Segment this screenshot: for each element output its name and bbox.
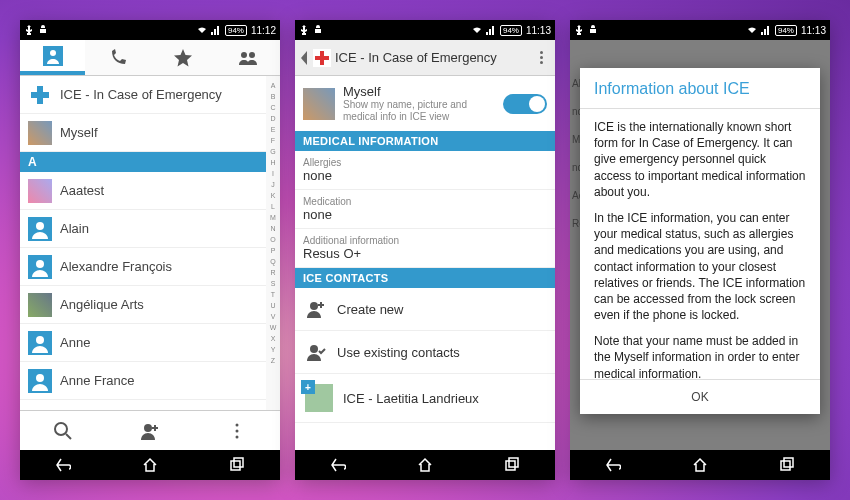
contact-row[interactable]: Aaatest [20,172,266,210]
create-new-contact[interactable]: Create new [295,288,555,331]
add-contact-button[interactable] [107,411,194,450]
usb-icon [574,25,584,35]
star-icon [173,48,193,68]
overflow-menu-button[interactable] [531,51,551,64]
status-bar: 94% 11:13 [295,20,555,40]
dialog-paragraph: ICE is the internationally known short f… [594,119,806,200]
search-button[interactable] [20,411,107,450]
dialog-paragraph: Note that your name must be added in the… [594,333,806,379]
use-existing-contacts[interactable]: Use existing contacts [295,331,555,374]
back-button[interactable] [299,51,309,65]
android-navbar [20,450,280,480]
svg-point-27 [310,345,318,353]
contact-row[interactable]: Anne [20,324,266,362]
tab-contacts[interactable] [20,40,85,75]
field-value[interactable]: none [295,168,555,190]
clock: 11:12 [251,25,276,36]
contacts-icon [43,46,63,66]
section-medical: MEDICAL INFORMATION [295,131,555,151]
wifi-icon [197,25,207,35]
svg-point-8 [36,222,44,230]
field-value[interactable]: Resus O+ [295,246,555,268]
home-button[interactable] [687,457,713,473]
phone-ice-detail: 94% 11:13 ICE - In Case of Emergency Mys… [295,20,555,480]
myself-subtitle: Show my name, picture and medical info i… [343,99,495,123]
show-info-toggle[interactable] [503,94,547,114]
svg-point-2 [241,52,247,58]
phone-ice-info-dialog: 94% 11:13 Al nc M nc Ac Re Information a… [570,20,830,480]
svg-point-12 [36,336,44,344]
page-title: ICE - In Case of Emergency [335,50,497,65]
android-icon [588,25,598,35]
section-header: A [20,152,266,172]
svg-line-16 [66,434,71,439]
recents-button[interactable] [774,457,800,473]
contacts-list[interactable]: ICE - In Case of Emergency Myself A Aaat… [20,76,266,410]
recents-button[interactable] [499,457,525,473]
avatar-placeholder-icon [28,331,52,355]
info-dialog: Information about ICE ICE is the interna… [580,68,820,414]
svg-point-1 [50,50,56,56]
section-ice-contacts: ICE CONTACTS [295,268,555,288]
avatar-placeholder-icon [28,369,52,393]
wifi-icon [472,25,482,35]
svg-point-19 [235,429,238,432]
row-label: Create new [337,302,403,317]
svg-point-17 [144,424,152,432]
dialog-container: Al nc M nc Ac Re Information about ICE I… [570,40,830,450]
contact-row[interactable]: Angélique Arts [20,286,266,324]
dialog-body: ICE is the internationally known short f… [580,109,820,379]
svg-point-20 [235,435,238,438]
contact-myself[interactable]: Myself [20,114,266,152]
add-person-icon [305,298,327,320]
svg-rect-29 [509,458,518,467]
svg-point-18 [235,423,238,426]
svg-rect-21 [231,461,240,470]
contact-row[interactable]: Alain [20,210,266,248]
field-label: Additional information [295,229,555,246]
ice-contact-row[interactable]: + ICE - Laetitia Landrieux [295,374,555,423]
dialog-title: Information about ICE [580,68,820,109]
home-button[interactable] [137,457,163,473]
myself-row[interactable]: Myself Show my name, picture and medical… [295,76,555,131]
svg-rect-6 [31,92,49,98]
home-button[interactable] [412,457,438,473]
contacts-tabs [20,40,280,76]
usb-icon [24,25,34,35]
status-bar: 94% 11:13 [570,20,830,40]
avatar [28,121,52,145]
ice-detail-body[interactable]: Myself Show my name, picture and medical… [295,76,555,450]
contact-label: Aaatest [60,183,104,198]
tab-phone[interactable] [85,40,150,75]
dialog-ok-button[interactable]: OK [580,379,820,414]
svg-point-26 [310,302,318,310]
field-label: Allergies [295,151,555,168]
contact-label: Alain [60,221,89,236]
svg-rect-31 [784,458,793,467]
contact-label: Alexandre François [60,259,172,274]
phone-icon [108,48,128,68]
back-button[interactable] [600,457,626,473]
contact-row[interactable]: Alexandre François [20,248,266,286]
android-icon [313,25,323,35]
signal-icon [211,25,221,35]
avatar [28,179,52,203]
contact-ice[interactable]: ICE - In Case of Emergency [20,76,266,114]
field-value[interactable]: none [295,207,555,229]
recents-button[interactable] [224,457,250,473]
back-button[interactable] [50,457,76,473]
svg-rect-22 [234,458,243,467]
menu-button[interactable] [193,411,280,450]
tab-groups[interactable] [215,40,280,75]
tab-favorites[interactable] [150,40,215,75]
alpha-index[interactable]: ABCDEFGHIJKLMNOPQRSTUVWXYZ [266,76,280,410]
contact-label: Anne France [60,373,134,388]
status-bar: 94% 11:12 [20,20,280,40]
avatar [28,293,52,317]
back-button[interactable] [325,457,351,473]
contact-row[interactable]: Anne France [20,362,266,400]
signal-icon [486,25,496,35]
svg-point-10 [36,260,44,268]
battery-pct: 94% [500,25,522,36]
android-navbar [295,450,555,480]
